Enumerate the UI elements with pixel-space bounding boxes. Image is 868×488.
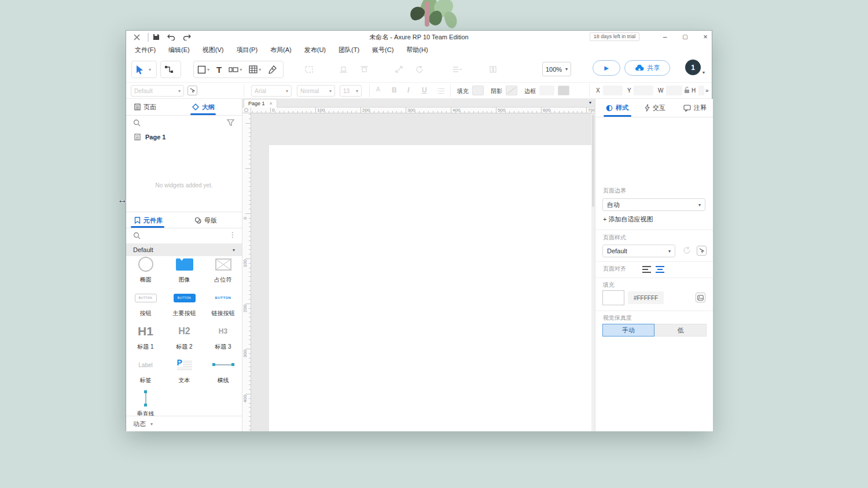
page-canvas[interactable] [269, 145, 595, 431]
widget-label[interactable]: Label标签 [126, 357, 165, 385]
font-family-select[interactable]: Arial▾ [251, 85, 292, 97]
more-icon[interactable]: ⋮ [229, 231, 236, 239]
menu-item-2[interactable]: 视图(V) [196, 43, 230, 56]
search-icon[interactable] [133, 119, 141, 127]
inspector-tabs: 样式 交互 注释 [595, 99, 713, 117]
pen-tool[interactable] [264, 61, 281, 77]
bold-button[interactable]: B [392, 86, 397, 94]
menu-item-5[interactable]: 发布(U) [298, 43, 332, 56]
font-weight-select[interactable]: Normal▾ [297, 85, 335, 97]
widget-link-button[interactable]: BUTTON链接按钮 [204, 290, 242, 317]
widget-image[interactable]: 图像 [165, 256, 204, 284]
widget-primary-button[interactable]: BUTTON主要按钮 [165, 290, 204, 317]
title-bar: | 未命名 - Axure RP 10 Team Edition 18 days… [126, 31, 712, 43]
connector-icon [161, 61, 177, 77]
select-tool[interactable]: ▾ [131, 61, 157, 78]
x-field[interactable] [603, 86, 623, 95]
widget-placeholder[interactable]: 占位符 [204, 256, 242, 284]
rectangle-tool[interactable]: ▾ [194, 61, 213, 77]
menu-item-1[interactable]: 编辑(E) [162, 43, 196, 56]
text-tool[interactable]: T [213, 61, 225, 77]
tab-list-caret-icon[interactable]: ▾ [589, 100, 591, 105]
align-page-center-icon[interactable] [656, 266, 664, 273]
menu-item-8[interactable]: 帮助(H) [400, 43, 434, 56]
hline-widget-icon [214, 357, 233, 373]
table-tool[interactable]: ▾ [245, 61, 264, 77]
widget-h2[interactable]: H2标题 2 [165, 323, 204, 351]
menu-item-0[interactable]: 文件(F) [128, 43, 162, 56]
page-fill-hex-field[interactable]: #FFFFFF [628, 291, 664, 304]
zoom-select[interactable]: 100% ▾ [542, 62, 571, 76]
lock-icon[interactable] [684, 87, 690, 94]
button-widget-icon: BUTTON [135, 290, 157, 306]
manage-page-styles-button[interactable] [697, 246, 707, 256]
widget-h3[interactable]: H3标题 3 [204, 323, 242, 351]
page-style-select[interactable]: Default ▾ [602, 245, 675, 257]
minimize-button[interactable]: – [659, 32, 671, 42]
axure-window: | 未命名 - Axure RP 10 Team Edition 18 days… [126, 30, 712, 431]
more-format-options[interactable]: » [705, 87, 709, 94]
shadow-swatch[interactable] [506, 86, 517, 95]
widget-style-select[interactable]: Default▾ [131, 85, 184, 97]
tab-interactions[interactable]: 交互 [645, 99, 665, 117]
widget-paragraph[interactable]: P文本 [165, 357, 204, 385]
maximize-button[interactable]: ▢ [679, 32, 692, 42]
canvas-area[interactable]: Page 1 × ▾ 0100200300400500600700 010020… [242, 99, 595, 431]
avatar[interactable]: 1 [685, 60, 701, 75]
page-fill-swatch[interactable] [602, 290, 624, 305]
cloud-upload-icon [635, 65, 644, 72]
widget-vline[interactable]: 垂直线 [126, 390, 165, 418]
manage-styles-button[interactable] [187, 86, 197, 95]
italic-button[interactable]: I [407, 86, 409, 94]
vline-widget-icon [145, 390, 146, 406]
fidelity-manual-button[interactable]: 手动 [602, 324, 654, 337]
menu-item-7[interactable]: 账号(C) [366, 43, 400, 56]
tab-notes[interactable]: 注释 [683, 99, 707, 117]
widget-button[interactable]: BUTTON按钮 [126, 290, 165, 317]
widget-h1[interactable]: H1标题 1 [126, 323, 165, 351]
underline-button[interactable]: U [422, 86, 427, 94]
placeholder-tool[interactable]: ▾ [225, 61, 245, 77]
border-width-field[interactable] [539, 86, 554, 95]
tab-masters[interactable]: 母版 [194, 212, 217, 228]
border-color-swatch[interactable] [558, 86, 569, 95]
h-field[interactable] [698, 86, 704, 95]
widget-ellipse[interactable]: 椭圆 [126, 256, 165, 284]
dynamic-section-toggle[interactable]: 动态 ▾ [126, 416, 242, 431]
list-button[interactable] [437, 88, 445, 94]
tab-pages[interactable]: 页面 [134, 99, 156, 115]
page-tab[interactable]: Page 1 × [244, 99, 277, 108]
fidelity-low-button[interactable]: 低 [654, 324, 707, 337]
pages-icon [134, 103, 141, 110]
filter-icon[interactable] [227, 119, 234, 126]
tab-close-icon[interactable]: × [270, 101, 273, 106]
tab-outline[interactable]: 大纲 [192, 99, 215, 115]
search-icon[interactable] [133, 232, 141, 239]
plant-decoration [399, 0, 469, 31]
y-field[interactable] [634, 86, 653, 95]
font-color-icon[interactable]: A [376, 86, 380, 93]
outline-search-row [126, 116, 242, 131]
tab-style[interactable]: 样式 [606, 99, 628, 117]
page-size-select[interactable]: 自动 ▾ [602, 198, 705, 211]
background-image-button[interactable] [696, 293, 705, 302]
menu-item-3[interactable]: 项目(P) [230, 43, 264, 56]
preview-button[interactable]: ▶ [593, 60, 620, 76]
transform-icon [395, 65, 403, 73]
w-field[interactable] [666, 86, 682, 95]
widget-hline[interactable]: 横线 [204, 357, 242, 385]
add-adaptive-view-link[interactable]: + 添加自适应视图 [603, 215, 653, 224]
align-page-left-icon[interactable] [642, 266, 651, 273]
library-select[interactable]: Default ▾ [126, 243, 242, 256]
fidelity-label: 视觉保真度 [603, 314, 632, 322]
connector-tool[interactable] [160, 61, 181, 78]
share-button[interactable]: 共享 [624, 60, 670, 76]
menu-item-6[interactable]: 团队(T) [332, 43, 366, 56]
fill-swatch[interactable] [472, 86, 484, 95]
font-size-select[interactable]: 13▾ [340, 85, 362, 97]
close-button[interactable]: × [699, 32, 712, 42]
format-toolbar: Default▾ Arial▾ Normal▾ 13▾ A A B I U 填充… [126, 83, 712, 99]
menu-item-4[interactable]: 布局(A) [264, 43, 298, 56]
outline-page-item[interactable]: Page 1 [126, 130, 242, 144]
avatar-caret-icon[interactable]: ▾ [703, 70, 705, 75]
